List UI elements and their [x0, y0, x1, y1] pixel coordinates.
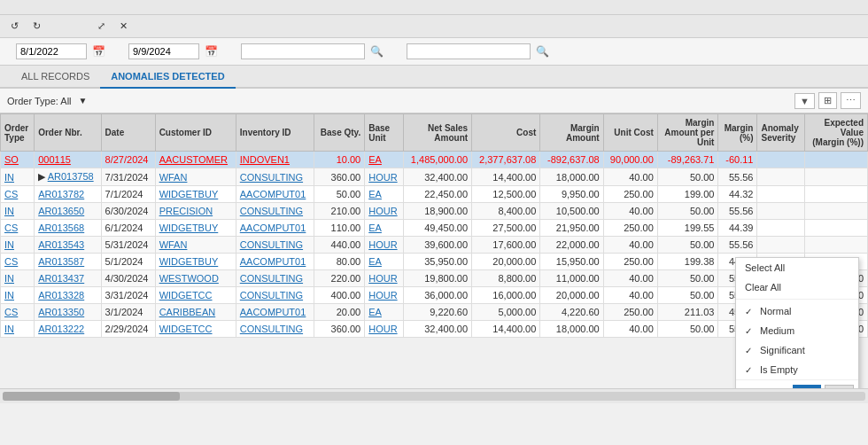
- cell-link[interactable]: 000115: [38, 154, 71, 165]
- detect-anomalies-button[interactable]: [80, 25, 87, 28]
- cell-link[interactable]: IN: [4, 324, 14, 334]
- cancel-button[interactable]: CA: [825, 385, 854, 388]
- cell-link[interactable]: CONSULTING: [240, 172, 303, 183]
- cell-link[interactable]: EA: [368, 256, 382, 267]
- cell-link[interactable]: AR013758: [48, 171, 94, 182]
- cell-link[interactable]: AR013543: [38, 239, 84, 250]
- expand-icon-button[interactable]: ⤢: [94, 19, 109, 34]
- cell-link[interactable]: WIDGETBUY: [159, 189, 219, 199]
- cell-link[interactable]: PRECISION: [159, 206, 213, 216]
- cell-base-unit: EA: [365, 254, 404, 270]
- show-anomaly-settings-button[interactable]: [51, 25, 58, 28]
- cell-link[interactable]: HOUR: [368, 324, 397, 334]
- cell-margin-amt: 4,220.60: [540, 304, 603, 321]
- tab-all-records[interactable]: ALL RECORDS: [11, 66, 100, 89]
- clear-all-label: Clear All: [745, 282, 781, 293]
- cell-link[interactable]: CS: [4, 189, 18, 199]
- cell-link[interactable]: CARIBBEAN: [159, 307, 216, 317]
- refresh-button[interactable]: ↺: [7, 19, 22, 34]
- cell-link[interactable]: WFAN: [159, 172, 188, 183]
- cell-link[interactable]: IN: [4, 206, 14, 216]
- undo-button[interactable]: ↻: [29, 19, 44, 34]
- cell-link[interactable]: WESTWOOD: [159, 273, 219, 284]
- cell-link[interactable]: CS: [4, 256, 18, 267]
- filter-empty-item[interactable]: ✓ Is Empty: [736, 360, 858, 379]
- cell-link[interactable]: CONSULTING: [240, 239, 303, 250]
- filter-medium-item[interactable]: ✓ Medium: [736, 321, 858, 340]
- cell-link[interactable]: IN: [4, 273, 14, 284]
- cell-link[interactable]: CONSULTING: [240, 290, 303, 301]
- cell-link[interactable]: CS: [4, 307, 18, 317]
- select-all-label: Select All: [745, 262, 785, 273]
- cell-link[interactable]: CONSULTING: [240, 206, 303, 216]
- cell-link[interactable]: AR013328: [38, 290, 84, 301]
- tab-anomalies-detected[interactable]: ANOMALIES DETECTED: [100, 66, 235, 89]
- cell-link[interactable]: AR013587: [38, 256, 84, 267]
- customer-search-icon[interactable]: 🔍: [370, 45, 384, 58]
- ok-button[interactable]: OK: [793, 385, 821, 388]
- export-btn[interactable]: ⊞: [818, 92, 837, 109]
- order-type-chevron[interactable]: ▼: [79, 96, 88, 105]
- filter-normal-item[interactable]: ✓ Normal: [736, 301, 858, 321]
- cell-link[interactable]: AACOMPUT01: [240, 307, 306, 317]
- cell-link[interactable]: AR013782: [38, 189, 84, 199]
- select-all-item[interactable]: Select All: [736, 258, 858, 277]
- cell-link[interactable]: IN: [4, 290, 14, 301]
- cell-order-nbr: AR013437: [35, 270, 101, 287]
- calendar-icon-2[interactable]: 📅: [205, 45, 218, 58]
- cell-base-qty: 360.00: [314, 321, 364, 338]
- cell-margin-per-unit: 50.00: [657, 321, 718, 338]
- customer-input[interactable]: [241, 43, 365, 59]
- cell-link[interactable]: AACOMPUT01: [240, 222, 306, 233]
- end-date-input[interactable]: [128, 43, 199, 59]
- more-btn[interactable]: ⋯: [841, 92, 861, 109]
- cell-link[interactable]: CONSULTING: [240, 273, 303, 284]
- inventory-input[interactable]: [407, 43, 531, 59]
- cell-link[interactable]: AR013437: [38, 273, 84, 284]
- cell-link[interactable]: EA: [368, 189, 382, 199]
- scrollbar-thumb[interactable]: [3, 392, 180, 401]
- cell-link[interactable]: AACUSTOMER: [159, 154, 228, 165]
- cell-link[interactable]: HOUR: [368, 290, 397, 301]
- close-icon-button[interactable]: ✕: [116, 19, 131, 34]
- cell-link[interactable]: HOUR: [368, 206, 397, 216]
- cell-link[interactable]: AR013568: [38, 222, 84, 233]
- cell-link[interactable]: HOUR: [368, 239, 397, 250]
- cell-link[interactable]: WIDGETBUY: [159, 222, 219, 233]
- cell-link[interactable]: AACOMPUT01: [240, 256, 306, 267]
- cell-link[interactable]: HOUR: [368, 172, 397, 183]
- cell-link[interactable]: AR013222: [38, 324, 84, 334]
- cell-date: 7/31/2024: [101, 168, 155, 186]
- cell-link[interactable]: WIDGETCC: [159, 324, 213, 334]
- scrollbar-track[interactable]: [3, 392, 865, 401]
- scrollbar-area: [0, 388, 868, 403]
- inventory-search-icon[interactable]: 🔍: [536, 45, 549, 58]
- clear-all-item[interactable]: Clear All: [736, 277, 858, 297]
- cell-link[interactable]: HOUR: [368, 273, 397, 284]
- cell-link[interactable]: IN: [4, 172, 14, 183]
- cell-link[interactable]: SO: [4, 154, 19, 165]
- cell-link[interactable]: AR013650: [38, 206, 84, 216]
- cell-cost: 27,500.00: [472, 220, 540, 237]
- cell-link[interactable]: INDOVEN1: [240, 154, 290, 165]
- cell-unit-cost: 250.00: [603, 220, 657, 237]
- cell-link[interactable]: EA: [368, 154, 382, 165]
- cell-date: 6/1/2024: [101, 220, 155, 237]
- cell-order-type: IN: [1, 237, 35, 254]
- filter-btn[interactable]: ▼: [794, 93, 815, 109]
- cell-link[interactable]: CONSULTING: [240, 324, 303, 334]
- start-date-input[interactable]: [16, 43, 87, 59]
- filter-significant-item[interactable]: ✓ Significant: [736, 340, 858, 360]
- cell-link[interactable]: WIDGETCC: [159, 290, 213, 301]
- cell-link[interactable]: CS: [4, 222, 18, 233]
- order-type-label: Order Type: All: [7, 96, 72, 106]
- cell-link[interactable]: AR013350: [38, 307, 84, 317]
- cell-link[interactable]: IN: [4, 239, 14, 250]
- cell-link[interactable]: WFAN: [159, 239, 188, 250]
- calendar-icon[interactable]: 📅: [92, 45, 105, 58]
- cell-link[interactable]: EA: [368, 222, 382, 233]
- cell-link[interactable]: AACOMPUT01: [240, 189, 306, 199]
- cell-link[interactable]: EA: [368, 307, 382, 317]
- cell-link[interactable]: WIDGETBUY: [159, 256, 219, 267]
- filter-by-group-button[interactable]: [66, 25, 73, 28]
